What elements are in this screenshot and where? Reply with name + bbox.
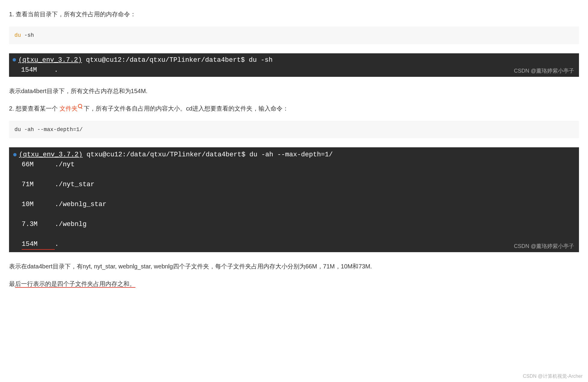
terminal-row: 66M./nyt [13, 160, 575, 170]
terminal-size: 66M [22, 160, 55, 170]
terminal-output-2: (qtxu_env_3.7.2) qtxu@cu12:/data/qtxu/TP… [9, 147, 579, 252]
heading-post: 下，所有子文件各自占用的内容大小。cd进入想要查看的文件夹，输入命令： [82, 105, 289, 112]
code-rest: -sh [21, 32, 34, 38]
section2-final: 最后一行表示的是四个子文件夹占用内存之和。 [9, 279, 579, 289]
terminal-output-1: (qtxu_env_3.7.2) qtxu@cu12:/data/qtxu/TP… [9, 53, 579, 77]
terminal-path: ./nyt_star [55, 181, 94, 188]
terminal-path: ./webnlg [55, 221, 87, 228]
code-block-2: du -ah --max-depth=1/ [9, 121, 579, 139]
search-icon[interactable] [78, 104, 82, 108]
terminal-row: 7.3M./webnlg [13, 219, 575, 229]
section2-explain: 表示在data4bert目录下，有nyt, nyt_star, webnlg_s… [9, 261, 579, 271]
terminal-path: . [54, 66, 58, 74]
terminal-path: ./webnlg_star [55, 201, 107, 208]
terminal-env: (qtxu_env_3.7.2) [19, 151, 82, 158]
terminal-cmd: du -sh [249, 56, 273, 64]
terminal-size: 7.3M [22, 219, 55, 229]
terminal-row: 154M. [13, 65, 575, 75]
terminal-path: . [55, 240, 59, 248]
terminal-size: 71M [22, 180, 55, 189]
code-keyword: du [14, 32, 21, 38]
final-pre: 最 [9, 280, 15, 287]
terminal-size-total: 154M [22, 239, 55, 250]
terminal-bullet-icon [13, 153, 17, 156]
terminal-size: 154M [21, 65, 54, 75]
terminal-path: ./nyt [55, 161, 75, 168]
terminal-row: 71M./nyt_star [13, 180, 575, 189]
terminal-row: 154M. [13, 239, 575, 250]
final-underlined: 后一行表示的是四个子文件夹占用内存之和。 [15, 280, 135, 288]
terminal-watermark: CSDN @薰珞婷紫小亭子 [514, 242, 574, 250]
heading-pre: 2. 想要查看某一个 [9, 105, 60, 112]
folder-link[interactable]: 文件夹 [60, 105, 78, 112]
section2-heading: 2. 想要查看某一个 文件夹 下，所有子文件各自占用的内容大小。cd进入想要查看… [9, 103, 579, 114]
section1-explain: 表示data4bert目录下，所有文件占内存总和为154M. [9, 86, 579, 96]
terminal-cmd: du -ah --max-depth=1/ [249, 151, 333, 158]
terminal-prompt: qtxu@cu12:/data/qtxu/TPlinker/data4bert$ [82, 56, 249, 64]
terminal-row: 10M./webnlg_star [13, 199, 575, 209]
section1-heading: 1. 查看当前目录下，所有文件占用的内存命令： [9, 9, 579, 19]
terminal-watermark: CSDN @薰珞婷紫小亭子 [514, 67, 574, 75]
code-block-1: du -sh [9, 27, 579, 44]
terminal-prompt: qtxu@cu12:/data/qtxu/TPlinker/data4bert$ [82, 151, 249, 158]
terminal-size: 10M [22, 199, 55, 209]
terminal-env: (qtxu_env_3.7.2) [18, 56, 82, 64]
terminal-bullet-icon [13, 58, 16, 61]
